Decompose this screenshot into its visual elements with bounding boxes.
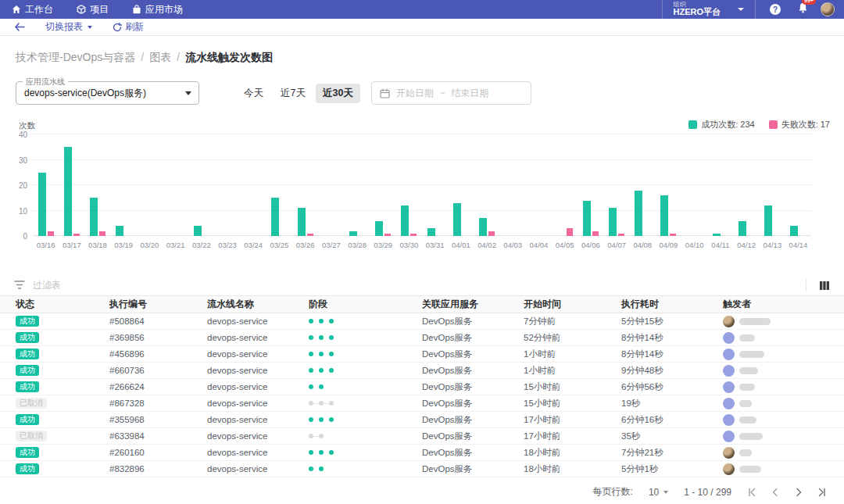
success-bar[interactable] xyxy=(298,208,306,236)
org-switcher[interactable]: 组织 HZERO平台 xyxy=(662,0,756,19)
table-row[interactable]: 成功#508864devops-serviceDevOps服务7分钟前5分钟15… xyxy=(0,313,844,330)
next-page-button[interactable] xyxy=(794,488,803,497)
pipeline-name-cell: devops-service xyxy=(207,382,309,391)
fail-bar[interactable] xyxy=(48,231,54,237)
select-caret-icon xyxy=(185,91,191,95)
stage-connector xyxy=(313,370,319,371)
fail-bar[interactable] xyxy=(99,231,106,237)
first-page-button[interactable] xyxy=(747,488,756,497)
back-button[interactable] xyxy=(14,23,25,31)
duration-cell: 9分钟48秒 xyxy=(621,365,723,377)
table-row[interactable]: 成功#260160devops-serviceDevOps服务18小时前7分钟2… xyxy=(0,445,844,461)
success-bar[interactable] xyxy=(660,195,668,236)
service-cell: DevOps服务 xyxy=(422,316,524,327)
breadcrumb-part: 流水线触发次数图 xyxy=(185,51,273,63)
success-bar[interactable] xyxy=(38,173,46,236)
fail-bar[interactable] xyxy=(670,234,676,236)
success-bar[interactable] xyxy=(453,203,461,236)
prev-page-button[interactable] xyxy=(771,488,780,497)
fail-bar[interactable] xyxy=(618,234,624,236)
table-row[interactable]: 成功#369856devops-serviceDevOps服务52分钟前8分钟1… xyxy=(0,330,844,346)
stage-connector xyxy=(313,321,319,322)
trigger-avatar xyxy=(723,447,735,459)
range-button-近30天[interactable]: 近30天 xyxy=(316,84,360,103)
nav-item-3[interactable]: 应用市场 xyxy=(120,0,195,19)
success-bar[interactable] xyxy=(271,198,279,236)
range-button-近7天[interactable]: 近7天 xyxy=(274,84,313,103)
table-row[interactable]: 成功#355968devops-serviceDevOps服务17小时前6分钟1… xyxy=(0,412,844,428)
pipeline-select[interactable]: 应用流水线 devops-service(DevOps服务) xyxy=(16,81,199,105)
legend-item-1[interactable]: 成功次数: 234 xyxy=(688,119,754,130)
stages-cell xyxy=(309,335,422,340)
table-filter-input[interactable]: 过滤表 xyxy=(33,279,806,292)
start-time-cell: 18小时前 xyxy=(524,447,621,459)
fail-bar[interactable] xyxy=(410,234,417,236)
success-bar[interactable] xyxy=(738,221,746,237)
success-bar[interactable] xyxy=(90,198,98,236)
success-bar[interactable] xyxy=(64,147,72,236)
success-bar[interactable] xyxy=(375,221,383,237)
fail-bar[interactable] xyxy=(384,234,391,236)
notifications-button[interactable]: 99+ xyxy=(798,2,808,16)
fail-bar[interactable] xyxy=(567,228,573,236)
x-axis-label: 03/22 xyxy=(188,241,214,249)
breadcrumb-part[interactable]: 图表 xyxy=(149,51,171,63)
x-axis-label: 04/03 xyxy=(500,241,526,249)
success-bar[interactable] xyxy=(790,226,798,236)
x-axis-label: 03/30 xyxy=(396,241,422,249)
bar-group-04/09 xyxy=(656,134,681,236)
success-bar[interactable] xyxy=(349,231,357,237)
success-bar[interactable] xyxy=(713,234,721,236)
table-row[interactable]: 成功#832896devops-serviceDevOps服务18小时前5分钟1… xyxy=(0,461,844,477)
success-bar[interactable] xyxy=(635,191,642,237)
execution-id-cell: #832896 xyxy=(109,464,207,474)
user-avatar[interactable] xyxy=(821,2,835,16)
filter-icon xyxy=(14,281,25,290)
success-bar[interactable] xyxy=(401,206,409,236)
fail-bar[interactable] xyxy=(73,234,80,236)
nav-item-1[interactable]: 工作台 xyxy=(0,0,65,19)
bar-group-04/06 xyxy=(578,134,603,236)
table-row[interactable]: 成功#456896devops-serviceDevOps服务1小时前8分钟14… xyxy=(0,346,844,363)
success-bar[interactable] xyxy=(116,226,123,236)
bar-group-03/20 xyxy=(137,134,163,236)
stage-dots xyxy=(309,450,422,455)
success-bar[interactable] xyxy=(583,201,591,237)
legend-item-2[interactable]: 失败次数: 17 xyxy=(769,119,830,130)
nav-item-2[interactable]: 项目 xyxy=(65,0,120,19)
success-bar[interactable] xyxy=(609,208,617,236)
column-header-开始时间: 开始时间 xyxy=(524,298,621,311)
success-bar[interactable] xyxy=(479,218,487,236)
table-row[interactable]: 成功#266624devops-serviceDevOps服务15小时前6分钟5… xyxy=(0,379,844,395)
fail-bar[interactable] xyxy=(307,234,313,236)
help-icon[interactable]: ? xyxy=(770,4,781,15)
status-badge: 成功 xyxy=(16,365,39,376)
fail-bar[interactable] xyxy=(488,231,495,237)
stage-dots xyxy=(309,368,422,373)
table-row[interactable]: 已取消#633984devops-serviceDevOps服务17小时前35秒 xyxy=(0,428,844,445)
switch-report-button[interactable]: 切换报表 xyxy=(45,20,92,34)
success-bar[interactable] xyxy=(764,206,772,236)
duration-cell: 35秒 xyxy=(621,431,723,442)
table-header-row: 状态执行编号流水线名称阶段关联应用服务开始时间执行耗时触发者 xyxy=(0,295,844,313)
fail-bar[interactable] xyxy=(592,231,599,237)
status-cell: 已取消 xyxy=(16,398,109,409)
x-axis-label: 03/31 xyxy=(422,241,448,249)
refresh-button[interactable]: 刷新 xyxy=(113,20,144,34)
success-bar[interactable] xyxy=(194,226,202,236)
duration-cell: 7分钟21秒 xyxy=(621,447,723,459)
date-range-picker[interactable]: 开始日期 ~ 结束日期 xyxy=(371,81,531,105)
columns-icon[interactable] xyxy=(819,281,830,291)
table-row[interactable]: 成功#660736devops-serviceDevOps服务1小时前9分钟48… xyxy=(0,363,844,379)
range-button-今天[interactable]: 今天 xyxy=(237,84,270,103)
bar-group-04/03 xyxy=(500,134,526,236)
success-bar[interactable] xyxy=(427,228,435,236)
status-cell: 已取消 xyxy=(16,431,109,441)
trigger-avatar xyxy=(723,463,735,475)
trigger-cell xyxy=(723,349,844,360)
rows-per-page-select[interactable]: 10 xyxy=(649,487,668,498)
bar-group-04/11 xyxy=(707,134,733,236)
last-page-button[interactable] xyxy=(817,488,827,497)
table-row[interactable]: 已取消#867328devops-serviceDevOps服务15小时前19秒 xyxy=(0,395,844,412)
breadcrumb-part[interactable]: 技术管理-DevOps与容器 xyxy=(16,51,135,63)
